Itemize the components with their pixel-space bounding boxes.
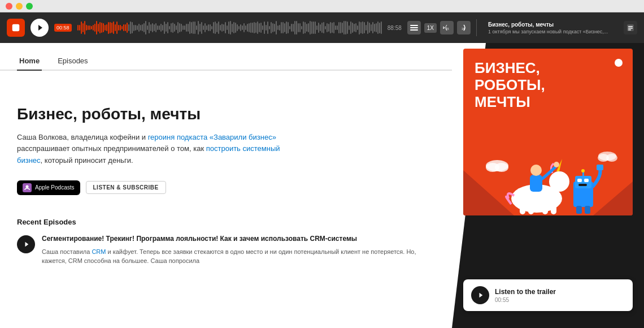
- svg-marker-1: [38, 25, 42, 31]
- cover-dot-decoration: [615, 59, 623, 67]
- total-time: 88:58: [388, 25, 402, 31]
- trailer-play-button[interactable]: [471, 286, 489, 304]
- cover-characters: [463, 125, 633, 215]
- cover-illustration: [463, 125, 633, 215]
- svg-rect-24: [575, 176, 591, 188]
- cover-title: БИЗНЕС, РОБОТЫ, МЕЧТЫ: [475, 60, 621, 111]
- svg-rect-16: [520, 204, 525, 214]
- svg-rect-8: [628, 26, 633, 27]
- episode-info: Бизнес, роботы, мечты 1 октября мы запус…: [482, 21, 618, 34]
- svg-point-38: [606, 154, 617, 162]
- main-area: Home Episodes Бизнес, роботы, мечты Саша…: [0, 43, 644, 328]
- speed-badge[interactable]: 1X: [424, 23, 437, 33]
- close-button[interactable]: [6, 3, 12, 10]
- svg-rect-17: [528, 206, 534, 214]
- trailer-time: 00:55: [495, 297, 556, 303]
- player-play-button[interactable]: [31, 19, 49, 37]
- svg-text:15: 15: [462, 27, 465, 31]
- rewind-button[interactable]: 15: [440, 21, 454, 34]
- svg-point-22: [554, 162, 559, 167]
- svg-rect-31: [576, 206, 582, 214]
- svg-marker-39: [480, 293, 483, 297]
- apple-podcasts-badge[interactable]: Apple Podcasts: [17, 180, 80, 195]
- trailer-player: Listen to the trailer 00:55: [463, 279, 633, 311]
- desc-link1[interactable]: героиня подкаста «Заварили бизнес»: [148, 133, 276, 141]
- content-right: БИЗНЕС, РОБОТЫ, МЕЧТЫ: [452, 43, 644, 328]
- recent-section: Recent Episodes Сегментирование! Трекинг…: [0, 206, 452, 266]
- episode-item: Сегментирование! Трекинг! Программа лоял…: [17, 234, 435, 266]
- player-more-button[interactable]: [624, 21, 637, 34]
- nav-home[interactable]: Home: [17, 52, 42, 71]
- menu-button[interactable]: [407, 21, 421, 34]
- cover-art: БИЗНЕС, РОБОТЫ, МЕЧТЫ: [463, 49, 633, 215]
- svg-rect-10: [628, 29, 631, 31]
- episode-subtitle: 1 октября мы запускаем новый подкаст «Би…: [488, 29, 618, 34]
- window-chrome: [0, 0, 644, 12]
- svg-point-21: [530, 165, 542, 176]
- desc-link2[interactable]: построить системный бизнес: [17, 144, 280, 165]
- svg-rect-25: [577, 179, 582, 182]
- apple-podcasts-icon: [23, 183, 32, 192]
- minimize-button[interactable]: [16, 3, 23, 10]
- episode-item-desc: Саша поставила CRM и кайфует. Теперь все…: [42, 247, 435, 266]
- svg-rect-0: [12, 24, 20, 32]
- svg-marker-12: [25, 242, 29, 247]
- svg-rect-4: [410, 29, 418, 31]
- svg-point-14: [549, 171, 569, 192]
- podcast-description: Саша Волкова, владелица кофейни и героин…: [17, 132, 288, 167]
- trailer-label: Listen to the trailer: [495, 288, 556, 296]
- svg-text:15: 15: [446, 27, 449, 31]
- player-controls: 1X 15 15: [407, 21, 471, 34]
- current-time: 00:58: [54, 24, 72, 32]
- svg-rect-27: [578, 184, 587, 186]
- svg-point-29: [581, 169, 585, 172]
- svg-rect-30: [597, 165, 603, 170]
- content-left: Home Episodes Бизнес, роботы, мечты Саша…: [0, 43, 452, 328]
- hero-section: Бизнес, роботы, мечты Саша Волкова, влад…: [0, 71, 452, 206]
- maximize-button[interactable]: [26, 3, 33, 10]
- episode-text: Сегментирование! Трекинг! Программа лоял…: [42, 234, 435, 266]
- episode-title: Бизнес, роботы, мечты: [488, 21, 618, 28]
- player-divider: [476, 19, 477, 36]
- nav-bar: Home Episodes: [0, 43, 452, 71]
- crm-link1[interactable]: CRM: [92, 248, 106, 255]
- svg-rect-18: [542, 206, 548, 214]
- svg-point-35: [495, 163, 508, 172]
- episode-item-title: Сегментирование! Трекинг! Программа лоял…: [42, 234, 435, 244]
- apple-podcasts-label: Apple Podcasts: [35, 184, 75, 191]
- svg-rect-20: [530, 175, 542, 192]
- svg-rect-26: [584, 179, 589, 182]
- podcast-logo: [7, 19, 25, 37]
- forward-button[interactable]: 15: [457, 21, 471, 34]
- svg-rect-32: [585, 206, 590, 214]
- svg-point-11: [26, 185, 29, 188]
- svg-rect-19: [551, 204, 556, 214]
- recent-title: Recent Episodes: [17, 218, 435, 226]
- listen-subscribe-button[interactable]: LISTEN & SUBSCRIBE: [86, 181, 166, 194]
- nav-episodes[interactable]: Episodes: [55, 52, 90, 71]
- audio-player: 00:58 88:58 1X 15 15 Бизнес, роботы, меч…: [0, 12, 644, 43]
- badge-row: Apple Podcasts LISTEN & SUBSCRIBE: [17, 180, 435, 195]
- waveform[interactable]: [77, 19, 382, 36]
- trailer-text: Listen to the trailer 00:55: [495, 288, 556, 303]
- svg-rect-2: [410, 25, 418, 26]
- podcast-title: Бизнес, роботы, мечты: [17, 105, 435, 124]
- svg-rect-3: [410, 27, 418, 28]
- episode-play-button[interactable]: [17, 235, 35, 253]
- svg-rect-9: [628, 28, 633, 29]
- cover-art-content: БИЗНЕС, РОБОТЫ, МЕЧТЫ: [463, 49, 633, 215]
